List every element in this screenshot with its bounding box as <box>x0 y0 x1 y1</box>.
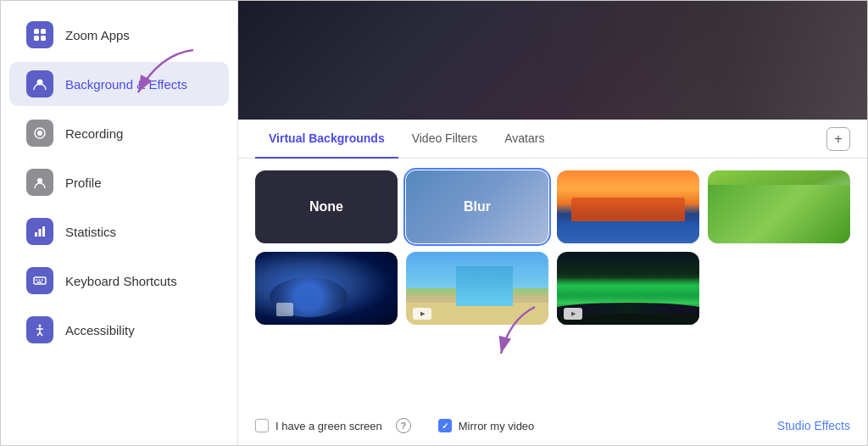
sidebar-item-profile-label: Profile <box>65 176 102 190</box>
recording-icon <box>26 120 53 147</box>
svg-point-6 <box>37 131 42 136</box>
mirror-video-label: Mirror my video <box>459 420 535 432</box>
svg-rect-10 <box>42 226 45 237</box>
sidebar-item-profile[interactable]: Profile <box>9 160 229 204</box>
svg-rect-1 <box>41 29 46 34</box>
earth-image <box>255 252 398 325</box>
svg-rect-13 <box>39 280 41 282</box>
keyboard-shortcuts-icon <box>26 267 53 294</box>
golden-gate-image <box>557 170 699 243</box>
statistics-icon <box>26 218 53 245</box>
svg-rect-12 <box>36 280 37 282</box>
green-screen-label: I have a green screen <box>275 420 382 432</box>
tab-avatars[interactable]: Avatars <box>491 120 558 159</box>
blur-label: Blur <box>464 199 491 215</box>
background-blur[interactable]: Blur <box>406 170 548 243</box>
background-aurora[interactable] <box>557 252 699 325</box>
preview-area <box>238 1 867 120</box>
sidebar-item-background-effects-label: Background & Effects <box>65 77 187 92</box>
svg-line-20 <box>40 332 42 336</box>
studio-effects-button[interactable]: Studio Effects <box>777 419 850 432</box>
svg-point-16 <box>39 325 42 327</box>
background-golden-gate[interactable] <box>557 170 699 243</box>
sidebar-item-recording-label: Recording <box>65 126 123 141</box>
grass-image <box>708 170 850 243</box>
add-background-button[interactable]: + <box>826 127 850 151</box>
sidebar-item-statistics[interactable]: Statistics <box>9 209 229 254</box>
zoom-apps-icon <box>26 21 53 48</box>
backgrounds-grid: None Blur <box>238 159 867 337</box>
sidebar-item-statistics-label: Statistics <box>65 225 116 239</box>
mirror-video-checkbox[interactable] <box>438 419 452 432</box>
svg-rect-2 <box>34 36 39 41</box>
svg-rect-9 <box>39 229 42 237</box>
tab-virtual-backgrounds[interactable]: Virtual Backgrounds <box>255 120 398 159</box>
background-grass[interactable] <box>708 170 850 243</box>
accessibility-icon <box>26 316 53 343</box>
svg-point-7 <box>37 178 42 183</box>
profile-icon <box>26 169 53 196</box>
sidebar-item-recording[interactable]: Recording <box>9 111 229 155</box>
sidebar-item-keyboard-shortcuts[interactable]: Keyboard Shortcuts <box>9 259 229 303</box>
sidebar-item-background-effects[interactable]: Background & Effects <box>9 62 229 106</box>
sidebar-item-accessibility[interactable]: Accessibility <box>9 308 229 352</box>
svg-rect-8 <box>35 232 37 237</box>
sidebar: Zoom Apps Background & Effects Recording <box>1 1 238 445</box>
main-content: Virtual Backgrounds Video Filters Avatar… <box>238 1 867 445</box>
svg-rect-15 <box>37 282 42 283</box>
tab-video-filters[interactable]: Video Filters <box>398 120 492 159</box>
bottom-bar: I have a green screen ? Mirror my video … <box>238 406 867 445</box>
background-none[interactable]: None <box>255 170 398 243</box>
background-beach[interactable] <box>406 252 548 325</box>
svg-rect-0 <box>34 29 39 34</box>
svg-rect-3 <box>41 36 46 41</box>
svg-rect-14 <box>42 280 43 282</box>
sidebar-item-keyboard-shortcuts-label: Keyboard Shortcuts <box>65 274 177 288</box>
tabs-container: Virtual Backgrounds Video Filters Avatar… <box>238 120 867 159</box>
background-earth[interactable] <box>255 252 398 325</box>
aurora-video-indicator <box>564 308 582 320</box>
green-screen-checkbox[interactable] <box>255 419 269 432</box>
green-screen-help-icon[interactable]: ? <box>396 418 411 433</box>
sidebar-item-zoom-apps-label: Zoom Apps <box>65 28 130 42</box>
green-screen-item: I have a green screen <box>255 419 382 432</box>
none-label: None <box>309 199 343 215</box>
sidebar-item-accessibility-label: Accessibility <box>65 323 135 337</box>
beach-video-indicator <box>413 308 431 320</box>
background-effects-icon <box>26 70 53 98</box>
mirror-video-item: Mirror my video <box>438 419 535 432</box>
sidebar-item-zoom-apps[interactable]: Zoom Apps <box>9 13 229 57</box>
